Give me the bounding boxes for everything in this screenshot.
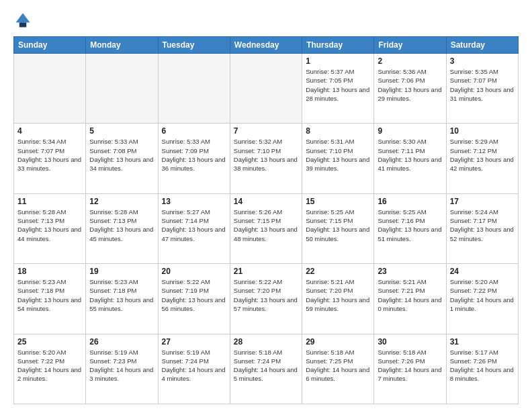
week-row-1: 1Sunrise: 5:37 AMSunset: 7:05 PMDaylight… — [14, 54, 519, 124]
day-number: 9 — [378, 126, 442, 136]
day-info: Sunrise: 5:35 AMSunset: 7:07 PMDaylight:… — [450, 67, 515, 103]
day-number: 25 — [17, 337, 82, 347]
day-info: Sunrise: 5:19 AMSunset: 7:24 PMDaylight:… — [162, 348, 226, 383]
calendar-cell: 30Sunrise: 5:18 AMSunset: 7:26 PMDayligh… — [374, 334, 446, 404]
calendar-cell: 28Sunrise: 5:18 AMSunset: 7:24 PMDayligh… — [230, 334, 302, 404]
day-number: 6 — [162, 126, 226, 136]
day-number: 28 — [234, 337, 298, 347]
day-number: 23 — [378, 267, 442, 276]
day-info: Sunrise: 5:23 AMSunset: 7:18 PMDaylight:… — [89, 277, 154, 313]
day-number: 16 — [378, 197, 442, 206]
header — [13, 11, 519, 30]
day-info: Sunrise: 5:22 AMSunset: 7:20 PMDaylight:… — [234, 277, 298, 313]
day-info: Sunrise: 5:20 AMSunset: 7:22 PMDaylight:… — [450, 277, 515, 313]
calendar-cell: 20Sunrise: 5:22 AMSunset: 7:19 PMDayligh… — [158, 264, 230, 334]
day-info: Sunrise: 5:29 AMSunset: 7:12 PMDaylight:… — [450, 137, 515, 173]
calendar-cell: 27Sunrise: 5:19 AMSunset: 7:24 PMDayligh… — [158, 334, 230, 404]
day-number: 5 — [89, 126, 154, 136]
calendar-cell — [230, 54, 302, 124]
calendar-cell: 19Sunrise: 5:23 AMSunset: 7:18 PMDayligh… — [86, 264, 158, 334]
day-info: Sunrise: 5:24 AMSunset: 7:17 PMDaylight:… — [450, 208, 515, 243]
calendar-cell — [158, 54, 230, 124]
day-number: 29 — [306, 337, 370, 347]
calendar-cell: 13Sunrise: 5:27 AMSunset: 7:14 PMDayligh… — [158, 193, 230, 263]
calendar-header-row: SundayMondayTuesdayWednesdayThursdayFrid… — [14, 37, 519, 54]
calendar-cell: 4Sunrise: 5:34 AMSunset: 7:07 PMDaylight… — [14, 124, 86, 193]
day-number: 19 — [89, 267, 154, 276]
day-info: Sunrise: 5:18 AMSunset: 7:26 PMDaylight:… — [378, 348, 442, 383]
day-info: Sunrise: 5:20 AMSunset: 7:22 PMDaylight:… — [17, 348, 82, 383]
svg-marker-1 — [16, 13, 30, 23]
calendar-cell: 11Sunrise: 5:28 AMSunset: 7:13 PMDayligh… — [14, 193, 86, 263]
day-info: Sunrise: 5:33 AMSunset: 7:08 PMDaylight:… — [89, 137, 154, 173]
day-info: Sunrise: 5:28 AMSunset: 7:13 PMDaylight:… — [17, 208, 82, 243]
calendar-cell: 31Sunrise: 5:17 AMSunset: 7:26 PMDayligh… — [446, 334, 518, 404]
day-info: Sunrise: 5:28 AMSunset: 7:13 PMDaylight:… — [89, 208, 154, 243]
day-header-tuesday: Tuesday — [158, 37, 230, 54]
calendar-cell: 29Sunrise: 5:18 AMSunset: 7:25 PMDayligh… — [302, 334, 374, 404]
day-info: Sunrise: 5:21 AMSunset: 7:20 PMDaylight:… — [306, 277, 370, 313]
day-number: 4 — [17, 126, 82, 136]
calendar-cell: 6Sunrise: 5:33 AMSunset: 7:09 PMDaylight… — [158, 124, 230, 193]
calendar-cell: 9Sunrise: 5:30 AMSunset: 7:11 PMDaylight… — [374, 124, 446, 193]
logo — [13, 11, 35, 30]
logo-icon — [13, 11, 32, 30]
calendar-cell: 3Sunrise: 5:35 AMSunset: 7:07 PMDaylight… — [446, 54, 518, 124]
week-row-4: 18Sunrise: 5:23 AMSunset: 7:18 PMDayligh… — [14, 264, 519, 334]
calendar-cell: 25Sunrise: 5:20 AMSunset: 7:22 PMDayligh… — [14, 334, 86, 404]
day-info: Sunrise: 5:25 AMSunset: 7:16 PMDaylight:… — [378, 208, 442, 243]
day-header-saturday: Saturday — [446, 37, 518, 54]
calendar-table: SundayMondayTuesdayWednesdayThursdayFrid… — [13, 36, 519, 404]
day-number: 10 — [450, 126, 515, 136]
calendar-cell: 12Sunrise: 5:28 AMSunset: 7:13 PMDayligh… — [86, 193, 158, 263]
calendar-cell — [86, 54, 158, 124]
calendar-cell: 14Sunrise: 5:26 AMSunset: 7:15 PMDayligh… — [230, 193, 302, 263]
calendar-cell: 21Sunrise: 5:22 AMSunset: 7:20 PMDayligh… — [230, 264, 302, 334]
day-number: 24 — [450, 267, 515, 276]
calendar-cell: 5Sunrise: 5:33 AMSunset: 7:08 PMDaylight… — [86, 124, 158, 193]
day-number: 2 — [378, 56, 442, 66]
day-info: Sunrise: 5:19 AMSunset: 7:23 PMDaylight:… — [89, 348, 154, 383]
page: SundayMondayTuesdayWednesdayThursdayFrid… — [0, 0, 532, 411]
day-number: 3 — [450, 56, 515, 66]
day-number: 11 — [17, 197, 82, 206]
calendar-cell: 2Sunrise: 5:36 AMSunset: 7:06 PMDaylight… — [374, 54, 446, 124]
day-number: 12 — [89, 197, 154, 206]
day-number: 14 — [234, 197, 298, 206]
calendar-cell: 7Sunrise: 5:32 AMSunset: 7:10 PMDaylight… — [230, 124, 302, 193]
day-number: 18 — [17, 267, 82, 276]
calendar-cell: 22Sunrise: 5:21 AMSunset: 7:20 PMDayligh… — [302, 264, 374, 334]
day-number: 1 — [306, 56, 370, 66]
day-number: 8 — [306, 126, 370, 136]
day-number: 26 — [89, 337, 154, 347]
day-number: 31 — [450, 337, 515, 347]
calendar-cell: 24Sunrise: 5:20 AMSunset: 7:22 PMDayligh… — [446, 264, 518, 334]
day-info: Sunrise: 5:22 AMSunset: 7:19 PMDaylight:… — [162, 277, 226, 313]
day-info: Sunrise: 5:18 AMSunset: 7:24 PMDaylight:… — [234, 348, 298, 383]
week-row-2: 4Sunrise: 5:34 AMSunset: 7:07 PMDaylight… — [14, 124, 519, 193]
calendar-cell: 8Sunrise: 5:31 AMSunset: 7:10 PMDaylight… — [302, 124, 374, 193]
day-info: Sunrise: 5:36 AMSunset: 7:06 PMDaylight:… — [378, 67, 442, 103]
day-info: Sunrise: 5:32 AMSunset: 7:10 PMDaylight:… — [234, 137, 298, 173]
calendar-cell: 26Sunrise: 5:19 AMSunset: 7:23 PMDayligh… — [86, 334, 158, 404]
day-header-wednesday: Wednesday — [230, 37, 302, 54]
svg-rect-2 — [19, 23, 27, 28]
calendar-cell: 17Sunrise: 5:24 AMSunset: 7:17 PMDayligh… — [446, 193, 518, 263]
day-info: Sunrise: 5:34 AMSunset: 7:07 PMDaylight:… — [17, 137, 82, 173]
day-number: 15 — [306, 197, 370, 206]
day-info: Sunrise: 5:37 AMSunset: 7:05 PMDaylight:… — [306, 67, 370, 103]
day-number: 22 — [306, 267, 370, 276]
calendar-cell: 1Sunrise: 5:37 AMSunset: 7:05 PMDaylight… — [302, 54, 374, 124]
day-number: 30 — [378, 337, 442, 347]
day-info: Sunrise: 5:21 AMSunset: 7:21 PMDaylight:… — [378, 277, 442, 313]
calendar-cell: 18Sunrise: 5:23 AMSunset: 7:18 PMDayligh… — [14, 264, 86, 334]
week-row-5: 25Sunrise: 5:20 AMSunset: 7:22 PMDayligh… — [14, 334, 519, 404]
day-info: Sunrise: 5:26 AMSunset: 7:15 PMDaylight:… — [234, 208, 298, 243]
day-info: Sunrise: 5:33 AMSunset: 7:09 PMDaylight:… — [162, 137, 226, 173]
day-info: Sunrise: 5:25 AMSunset: 7:15 PMDaylight:… — [306, 208, 370, 243]
day-header-friday: Friday — [374, 37, 446, 54]
day-number: 21 — [234, 267, 298, 276]
day-info: Sunrise: 5:18 AMSunset: 7:25 PMDaylight:… — [306, 348, 370, 383]
day-info: Sunrise: 5:23 AMSunset: 7:18 PMDaylight:… — [17, 277, 82, 313]
day-info: Sunrise: 5:31 AMSunset: 7:10 PMDaylight:… — [306, 137, 370, 173]
